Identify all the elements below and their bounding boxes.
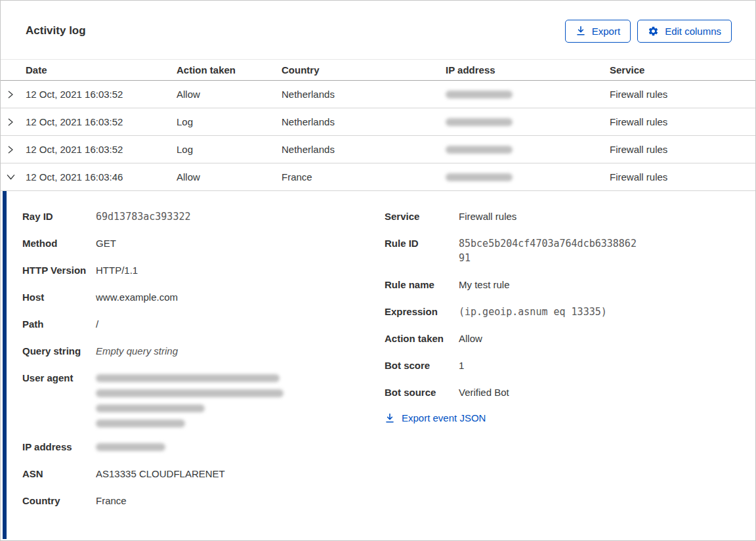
redacted-user-agent (96, 371, 284, 427)
edit-columns-button-label: Edit columns (665, 26, 721, 37)
cell-action: Log (177, 116, 282, 127)
detail-row-action-taken: Action taken Allow (385, 332, 755, 346)
cell-country: France (282, 171, 446, 183)
detail-label: Bot source (385, 385, 459, 400)
detail-label: ASN (22, 467, 96, 481)
cell-date: 12 Oct, 2021 16:03:52 (26, 144, 177, 155)
cell-service: Firewall rules (610, 171, 755, 183)
cell-country: Netherlands (282, 89, 446, 100)
edit-columns-button[interactable]: Edit columns (637, 20, 732, 43)
cell-date: 12 Oct, 2021 16:03:46 (26, 171, 177, 183)
export-event-json-link[interactable]: Export event JSON (385, 412, 755, 423)
cell-date: 12 Oct, 2021 16:03:52 (26, 89, 177, 100)
detail-label: Service (385, 209, 459, 224)
cell-action: Allow (177, 171, 282, 183)
table-header-row: Date Action taken Country IP address Ser… (1, 59, 755, 81)
activity-log-panel: Activity log Export Edit columns Date Ac… (0, 0, 756, 541)
detail-value: HTTP/1.1 (96, 263, 138, 278)
activity-table: Date Action taken Country IP address Ser… (1, 59, 755, 191)
cell-service: Firewall rules (610, 116, 755, 127)
detail-label: Rule ID (385, 236, 459, 265)
detail-label: Country (22, 494, 96, 508)
detail-label: Host (22, 290, 96, 305)
detail-value: France (96, 494, 127, 508)
redacted-ip-value (446, 91, 513, 98)
detail-row-bot-score: Bot score 1 (385, 358, 755, 373)
detail-label: User agent (22, 371, 96, 427)
column-header-ip: IP address (446, 64, 610, 76)
detail-column-right: Service Firewall rules Rule ID 85bce5b20… (385, 209, 755, 539)
column-header-date: Date (26, 64, 177, 76)
chevron-down-icon (6, 172, 16, 182)
detail-label: IP address (22, 440, 96, 454)
header: Activity log Export Edit columns (1, 1, 755, 44)
event-detail-panel: Ray ID 69d13783ac393322 Method GET HTTP … (3, 191, 755, 539)
detail-label: Method (22, 236, 96, 251)
export-button-label: Export (592, 26, 620, 37)
download-icon (576, 26, 586, 36)
detail-value: 85bce5b204cf4703a764dcb633886291 (459, 236, 637, 265)
cell-country: Netherlands (282, 116, 446, 127)
download-icon (385, 413, 395, 423)
detail-label: Rule name (385, 278, 459, 292)
detail-value: AS13335 CLOUDFLARENET (96, 467, 225, 481)
detail-row-path: Path / (22, 317, 385, 332)
detail-row-query-string: Query string Empty query string (22, 344, 385, 358)
detail-value: (ip.geoip.asnum eq 13335) (459, 305, 607, 319)
detail-row-ray-id: Ray ID 69d13783ac393322 (22, 209, 385, 224)
detail-row-bot-source: Bot source Verified Bot (385, 385, 755, 400)
detail-label: Bot score (385, 358, 459, 373)
detail-row-asn: ASN AS13335 CLOUDFLARENET (22, 467, 385, 481)
detail-row-http-version: HTTP Version HTTP/1.1 (22, 263, 385, 278)
gear-icon (648, 26, 659, 37)
detail-row-ip-address: IP address (22, 440, 385, 454)
table-row-expanded[interactable]: 12 Oct, 2021 16:03:46 Allow France Firew… (1, 163, 755, 191)
detail-row-host: Host www.example.com (22, 290, 385, 305)
export-button[interactable]: Export (565, 20, 631, 43)
detail-label: Expression (385, 305, 459, 319)
detail-value: / (96, 317, 98, 332)
detail-value: Allow (459, 332, 482, 346)
detail-label: Query string (22, 344, 96, 358)
detail-row-method: Method GET (22, 236, 385, 251)
detail-column-left: Ray ID 69d13783ac393322 Method GET HTTP … (22, 209, 385, 539)
detail-row-country: Country France (22, 494, 385, 508)
redacted-ip-value (446, 146, 513, 154)
detail-value: My test rule (459, 278, 510, 292)
chevron-right-icon (6, 90, 15, 99)
column-header-service: Service (610, 64, 755, 76)
page-title: Activity log (26, 24, 86, 37)
chevron-right-icon (6, 145, 15, 154)
detail-value: 1 (459, 358, 464, 373)
detail-value: www.example.com (96, 290, 178, 305)
detail-row-expression: Expression (ip.geoip.asnum eq 13335) (385, 305, 755, 319)
detail-label: HTTP Version (22, 263, 96, 278)
redacted-ip-value (446, 173, 513, 181)
cell-service: Firewall rules (610, 89, 755, 100)
cell-date: 12 Oct, 2021 16:03:52 (26, 116, 177, 127)
column-header-country: Country (282, 64, 446, 76)
detail-row-user-agent: User agent (22, 371, 385, 427)
detail-value: Firewall rules (459, 209, 516, 224)
table-row[interactable]: 12 Oct, 2021 16:03:52 Allow Netherlands … (1, 81, 755, 108)
chevron-right-icon (6, 118, 15, 127)
expand-row-button[interactable] (1, 90, 26, 99)
export-event-json-label: Export event JSON (402, 412, 486, 423)
column-header-action: Action taken (177, 64, 282, 76)
table-row[interactable]: 12 Oct, 2021 16:03:52 Log Netherlands Fi… (1, 108, 755, 136)
detail-value: 69d13783ac393322 (96, 209, 191, 224)
detail-value: GET (96, 236, 116, 251)
collapse-row-button[interactable] (1, 172, 26, 182)
expand-row-button[interactable] (1, 118, 26, 127)
detail-row-service: Service Firewall rules (385, 209, 755, 224)
redacted-ip-value (96, 443, 165, 451)
expand-row-button[interactable] (1, 145, 26, 154)
detail-value: Verified Bot (459, 385, 509, 400)
detail-row-rule-id: Rule ID 85bce5b204cf4703a764dcb633886291 (385, 236, 755, 265)
detail-label: Action taken (385, 332, 459, 346)
detail-label: Ray ID (22, 209, 96, 224)
detail-label: Path (22, 317, 96, 332)
table-row[interactable]: 12 Oct, 2021 16:03:52 Log Netherlands Fi… (1, 136, 755, 163)
cell-service: Firewall rules (610, 144, 755, 155)
cell-country: Netherlands (282, 144, 446, 155)
